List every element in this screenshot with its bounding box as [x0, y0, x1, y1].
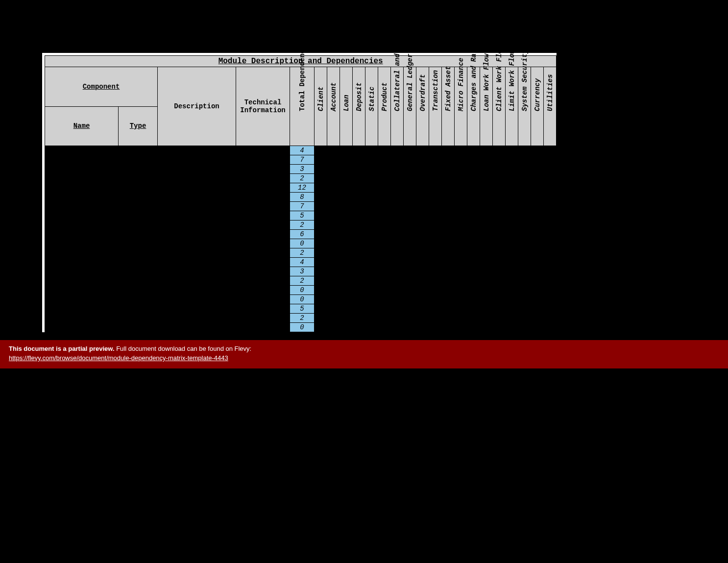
dependency-cell: [506, 304, 518, 314]
dependency-cell: [493, 193, 506, 202]
spreadsheet-frame: Module Description and Dependencies Comp…: [42, 53, 557, 332]
dependency-cell: [378, 155, 391, 165]
dependency-cell: [353, 304, 365, 314]
blank-cell: [236, 286, 290, 295]
dependency-cell: [518, 314, 531, 323]
dependency-cell: [480, 174, 493, 183]
dependency-cell: [480, 323, 493, 332]
dependency-cell: [493, 304, 506, 314]
total-dependencies-cell: 2: [290, 248, 315, 258]
dependency-cell: [506, 220, 518, 230]
table-row: 5: [45, 211, 557, 220]
dependency-cell: [378, 295, 391, 304]
total-dependencies-cell: 2: [290, 314, 315, 323]
blank-cell: [45, 183, 119, 193]
dependency-cell: [378, 202, 391, 211]
blank-cell: [45, 165, 119, 174]
dependency-cell: [518, 211, 531, 220]
dependency-cell: [429, 276, 442, 286]
dependency-cell: [404, 295, 416, 304]
dependency-cell: [518, 183, 531, 193]
dependency-cell: [404, 314, 416, 323]
dependency-cell: [353, 276, 365, 286]
dependency-cell: [315, 155, 327, 165]
dependency-cell: [544, 230, 557, 239]
dependency-cell: [493, 314, 506, 323]
dependency-cell: [493, 258, 506, 267]
blank-cell: [45, 202, 119, 211]
dependency-cell: [455, 295, 467, 304]
dependency-cell: [480, 248, 493, 258]
table-row: 4: [45, 258, 557, 267]
blank-cell: [45, 146, 119, 155]
dependency-cell: [455, 193, 467, 202]
dependency-cell: [518, 258, 531, 267]
blank-cell: [236, 248, 290, 258]
blank-cell: [119, 276, 158, 286]
blank-cell: [45, 230, 119, 239]
dependency-cell: [327, 323, 340, 332]
total-dependencies-cell: 0: [290, 286, 315, 295]
dependency-cell: [506, 239, 518, 248]
dependency-cell: [391, 314, 404, 323]
dependency-cell: [531, 146, 544, 155]
dependency-cell: [506, 230, 518, 239]
blank-cell: [158, 155, 236, 165]
dependency-cell: [353, 183, 365, 193]
dependency-cell: [340, 248, 353, 258]
dependency-cell: [455, 276, 467, 286]
dependency-cell: [340, 174, 353, 183]
blank-cell: [236, 230, 290, 239]
dependency-cell: [340, 295, 353, 304]
header-module-transction: Transction: [429, 67, 442, 146]
dependency-cell: [544, 267, 557, 276]
dependency-cell: [506, 286, 518, 295]
dependency-cell: [506, 165, 518, 174]
dependency-cell: [315, 202, 327, 211]
dependency-cell: [506, 211, 518, 220]
dependency-cell: [467, 220, 480, 230]
dependency-cell: [340, 211, 353, 220]
blank-cell: [45, 258, 119, 267]
dependency-cell: [404, 220, 416, 230]
dependency-cell: [315, 276, 327, 286]
dependency-cell: [480, 304, 493, 314]
dependency-cell: [353, 267, 365, 276]
dependency-cell: [531, 202, 544, 211]
dependency-cell: [518, 165, 531, 174]
header-module-utilities: Utilities: [544, 67, 557, 146]
dependency-cell: [493, 239, 506, 248]
dependency-cell: [365, 193, 378, 202]
table-row: 4: [45, 146, 557, 155]
blank-cell: [236, 258, 290, 267]
banner-link[interactable]: https://flevy.com/browse/document/module…: [9, 354, 228, 362]
blank-cell: [158, 183, 236, 193]
dependency-cell: [518, 323, 531, 332]
blank-cell: [158, 239, 236, 248]
dependency-cell: [518, 174, 531, 183]
dependency-cell: [378, 267, 391, 276]
dependency-cell: [365, 230, 378, 239]
total-dependencies-cell: 7: [290, 202, 315, 211]
dependency-cell: [429, 314, 442, 323]
dependency-cell: [378, 276, 391, 286]
table-row: 0: [45, 286, 557, 295]
blank-cell: [158, 146, 236, 155]
dependency-cell: [518, 146, 531, 155]
dependency-cell: [493, 276, 506, 286]
total-dependencies-cell: 6: [290, 230, 315, 239]
dependency-cell: [429, 165, 442, 174]
header-module-deposit: Deposit: [353, 67, 365, 146]
table-row: 3: [45, 165, 557, 174]
dependency-cell: [506, 267, 518, 276]
dependency-cell: [391, 183, 404, 193]
table-row: 8: [45, 193, 557, 202]
dependency-cell: [340, 146, 353, 155]
dependency-cell: [531, 155, 544, 165]
dependency-cell: [429, 304, 442, 314]
dependency-cell: [353, 248, 365, 258]
dependency-cell: [378, 146, 391, 155]
dependency-cell: [531, 258, 544, 267]
total-dependencies-cell: 12: [290, 183, 315, 193]
dependency-cell: [518, 193, 531, 202]
